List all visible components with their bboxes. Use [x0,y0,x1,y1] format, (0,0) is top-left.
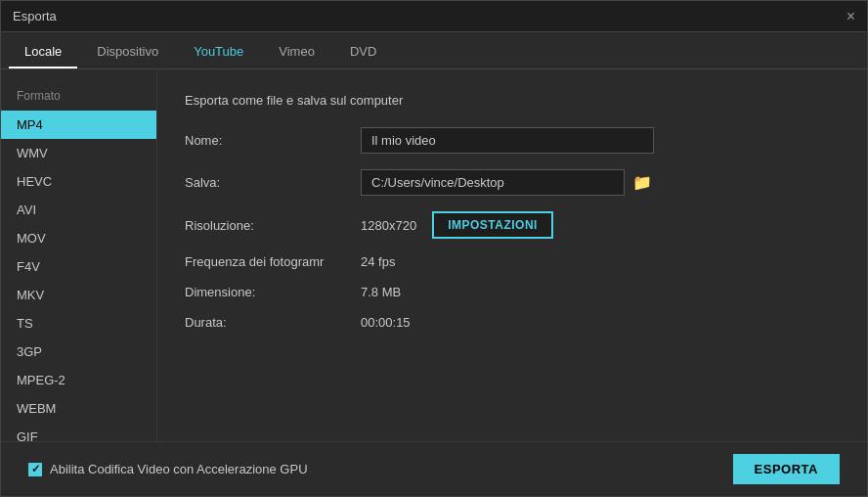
fps-row: Frequenza dei fotogramr 24 fps [185,254,840,269]
content-area: Formato MP4 WMV HEVC AVI MOV F4V MKV TS … [1,69,867,441]
sidebar-item-gif[interactable]: GIF [1,423,156,441]
sidebar-item-3gp[interactable]: 3GP [1,338,156,366]
sidebar-item-webm[interactable]: WEBM [1,394,156,423]
tab-vimeo[interactable]: Vimeo [263,36,330,68]
tab-dispositivo[interactable]: Dispositivo [81,36,174,68]
fps-value: 24 fps [361,254,395,269]
gpu-checkbox-row: Abilita Codifica Video con Accelerazione… [28,462,308,476]
save-row: Salva: 📁 [185,169,840,196]
sidebar-item-mov[interactable]: MOV [1,224,156,252]
main-description: Esporta come file e salva sul computer [185,93,840,108]
settings-button[interactable]: IMPOSTAZIONI [432,211,553,239]
export-button[interactable]: ESPORTA [733,454,840,484]
tab-dvd[interactable]: DVD [334,36,392,68]
sidebar-item-mp4[interactable]: MP4 [1,111,156,139]
sidebar-item-mkv[interactable]: MKV [1,281,156,309]
duration-row: Durata: 00:00:15 [185,315,840,330]
size-label: Dimensione: [185,285,361,299]
size-value: 7.8 MB [361,285,401,299]
main-window: Esporta × Locale Dispositivo YouTube Vim… [0,0,868,497]
name-label: Nome: [185,133,361,148]
resolution-controls: 1280x720 IMPOSTAZIONI [361,211,553,239]
gpu-checkbox-label: Abilita Codifica Video con Accelerazione… [50,462,308,476]
footer: Abilita Codifica Video con Accelerazione… [1,441,867,496]
sidebar-section-label: Formato [1,85,156,111]
path-row: 📁 [361,169,652,196]
sidebar-item-mpeg2[interactable]: MPEG-2 [1,366,156,394]
tab-locale[interactable]: Locale [9,36,77,68]
sidebar-item-wmv[interactable]: WMV [1,139,156,167]
sidebar: Formato MP4 WMV HEVC AVI MOV F4V MKV TS … [1,69,157,441]
main-panel: Esporta come file e salva sul computer N… [157,69,867,441]
window-title: Esporta [13,9,57,23]
sidebar-item-ts[interactable]: TS [1,309,156,338]
gpu-checkbox[interactable] [28,463,42,476]
duration-label: Durata: [185,315,361,330]
titlebar: Esporta × [1,1,867,32]
sidebar-item-avi[interactable]: AVI [1,196,156,224]
folder-icon[interactable]: 📁 [632,173,652,192]
tab-youtube[interactable]: YouTube [178,36,259,68]
name-row: Nome: [185,127,840,154]
resolution-row: Risoluzione: 1280x720 IMPOSTAZIONI [185,211,840,239]
resolution-label: Risoluzione: [185,218,361,233]
save-path-input[interactable] [361,169,625,196]
size-row: Dimensione: 7.8 MB [185,285,840,299]
sidebar-item-f4v[interactable]: F4V [1,252,156,281]
name-input[interactable] [361,127,654,154]
tabs-bar: Locale Dispositivo YouTube Vimeo DVD [1,32,867,69]
close-button[interactable]: × [846,8,855,25]
fps-label: Frequenza dei fotogramr [185,254,361,269]
duration-value: 00:00:15 [361,315,411,330]
save-label: Salva: [185,175,361,190]
sidebar-item-hevc[interactable]: HEVC [1,167,156,196]
resolution-value: 1280x720 [361,218,416,233]
